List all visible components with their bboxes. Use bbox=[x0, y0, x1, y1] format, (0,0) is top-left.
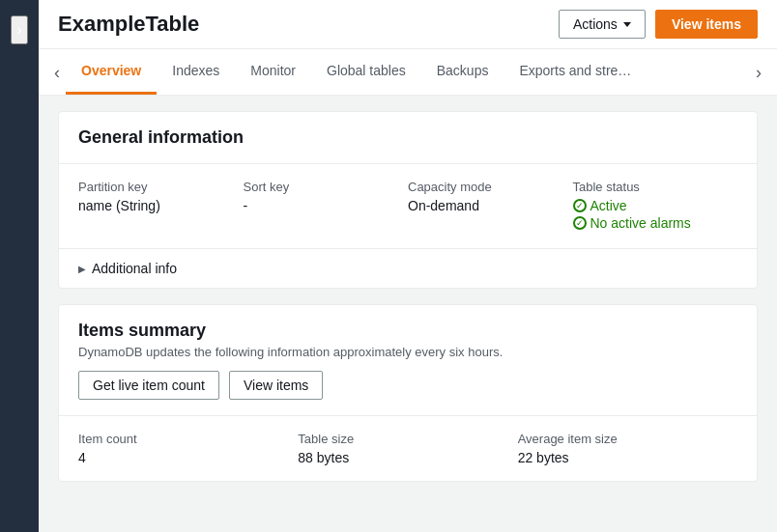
items-summary-view-items-button[interactable]: View items bbox=[229, 371, 323, 400]
view-items-button[interactable]: View items bbox=[655, 10, 758, 39]
table-status-active: ✓ Active bbox=[573, 198, 738, 213]
general-info-title: General information bbox=[78, 127, 244, 147]
sidebar: › bbox=[0, 0, 39, 532]
top-bar: ExampleTable Actions View items bbox=[39, 0, 777, 49]
actions-label: Actions bbox=[573, 16, 618, 32]
tab-overview[interactable]: Overview bbox=[66, 49, 157, 95]
table-size-value: 88 bytes bbox=[298, 450, 517, 465]
items-stats-grid: Item count 4 Table size 88 bytes Average… bbox=[59, 416, 757, 481]
sort-key-label: Sort key bbox=[244, 180, 409, 194]
capacity-mode-value: On-demand bbox=[408, 198, 573, 213]
partition-key-value: name (String) bbox=[78, 198, 244, 213]
content-area: General information Partition key name (… bbox=[39, 96, 777, 532]
table-status-alarms-text: No active alarms bbox=[590, 215, 691, 231]
tab-global-tables[interactable]: Global tables bbox=[311, 49, 421, 95]
tab-indexes[interactable]: Indexes bbox=[157, 49, 235, 95]
main-content: ExampleTable Actions View items ‹ Overvi… bbox=[39, 0, 777, 532]
sort-key-value: - bbox=[244, 198, 409, 213]
actions-button[interactable]: Actions bbox=[559, 10, 646, 39]
partition-key-cell: Partition key name (String) bbox=[78, 180, 244, 233]
items-summary-buttons: Get live item count View items bbox=[59, 371, 757, 416]
general-info-header: General information bbox=[59, 112, 757, 164]
sidebar-toggle-button[interactable]: › bbox=[11, 15, 27, 44]
status-active-icon: ✓ bbox=[573, 199, 587, 212]
tab-exports-streams[interactable]: Exports and stre… bbox=[504, 49, 647, 95]
item-count-cell: Item count 4 bbox=[78, 432, 298, 465]
tabs-bar: ‹ Overview Indexes Monitor Global tables… bbox=[39, 49, 777, 96]
tabs-list: Overview Indexes Monitor Global tables B… bbox=[66, 49, 750, 95]
tab-backups[interactable]: Backups bbox=[421, 49, 504, 95]
items-summary-title: Items summary bbox=[78, 321, 737, 341]
get-live-item-count-button[interactable]: Get live item count bbox=[78, 371, 219, 400]
triangle-expand-icon: ▶ bbox=[78, 264, 86, 274]
item-count-value: 4 bbox=[78, 450, 298, 465]
items-summary-description: DynamoDB updates the following informati… bbox=[78, 345, 737, 359]
general-info-grid: Partition key name (String) Sort key - C… bbox=[59, 164, 757, 249]
general-info-card: General information Partition key name (… bbox=[58, 111, 758, 289]
capacity-mode-cell: Capacity mode On-demand bbox=[408, 180, 573, 233]
item-count-label: Item count bbox=[78, 432, 298, 446]
items-summary-header: Items summary DynamoDB updates the follo… bbox=[59, 305, 757, 359]
top-bar-actions: Actions View items bbox=[559, 10, 758, 39]
table-status-cell: Table status ✓ Active ✓ No active alarms bbox=[573, 180, 738, 233]
avg-item-size-value: 22 bytes bbox=[518, 450, 737, 465]
avg-item-size-cell: Average item size 22 bytes bbox=[518, 432, 737, 465]
sort-key-cell: Sort key - bbox=[244, 180, 409, 233]
additional-info-label: Additional info bbox=[92, 261, 177, 276]
table-status-active-text: Active bbox=[590, 198, 627, 213]
tabs-scroll-right-button[interactable]: › bbox=[750, 56, 767, 89]
avg-item-size-label: Average item size bbox=[518, 432, 737, 446]
partition-key-label: Partition key bbox=[78, 180, 244, 194]
page-title: ExampleTable bbox=[58, 12, 199, 37]
chevron-down-icon bbox=[623, 22, 631, 27]
tab-monitor[interactable]: Monitor bbox=[235, 49, 311, 95]
tabs-scroll-left-button[interactable]: ‹ bbox=[48, 56, 66, 89]
status-alarms-icon: ✓ bbox=[573, 216, 587, 230]
items-summary-card: Items summary DynamoDB updates the follo… bbox=[58, 304, 758, 482]
capacity-mode-label: Capacity mode bbox=[408, 180, 573, 194]
table-size-label: Table size bbox=[298, 432, 517, 446]
additional-info-row[interactable]: ▶ Additional info bbox=[59, 249, 757, 288]
table-status-alarms: ✓ No active alarms bbox=[573, 215, 738, 231]
table-size-cell: Table size 88 bytes bbox=[298, 432, 517, 465]
table-status-label: Table status bbox=[573, 180, 738, 194]
